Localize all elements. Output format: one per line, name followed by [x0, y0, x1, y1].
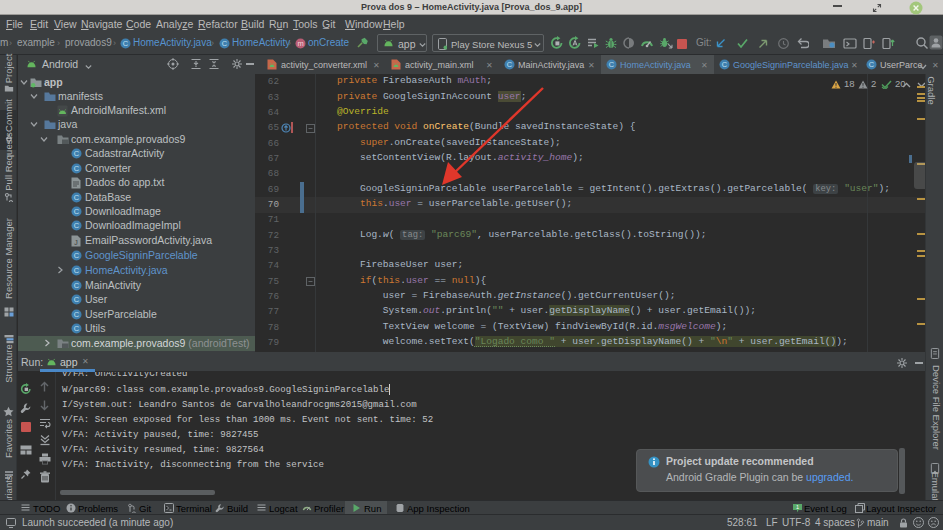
svg-text:C: C [74, 149, 80, 158]
svg-text:C: C [507, 60, 513, 69]
svg-text:C: C [74, 324, 80, 333]
svg-text:C: C [74, 164, 80, 173]
svg-text:C: C [74, 221, 80, 230]
svg-text:m: m [297, 39, 303, 48]
svg-text:C: C [74, 193, 80, 202]
svg-text:C: C [74, 251, 80, 260]
svg-text:J: J [74, 239, 78, 246]
svg-text:C: C [123, 39, 129, 48]
svg-text:C: C [74, 281, 80, 290]
svg-text:1: 1 [796, 504, 799, 510]
svg-text:C: C [74, 295, 80, 304]
svg-text:C: C [222, 39, 228, 48]
svg-text:C: C [609, 60, 615, 69]
svg-text:C: C [869, 60, 875, 69]
svg-text:C: C [722, 60, 728, 69]
svg-text:C: C [74, 266, 80, 275]
svg-text:C: C [74, 310, 80, 319]
svg-text:C: C [74, 207, 80, 216]
